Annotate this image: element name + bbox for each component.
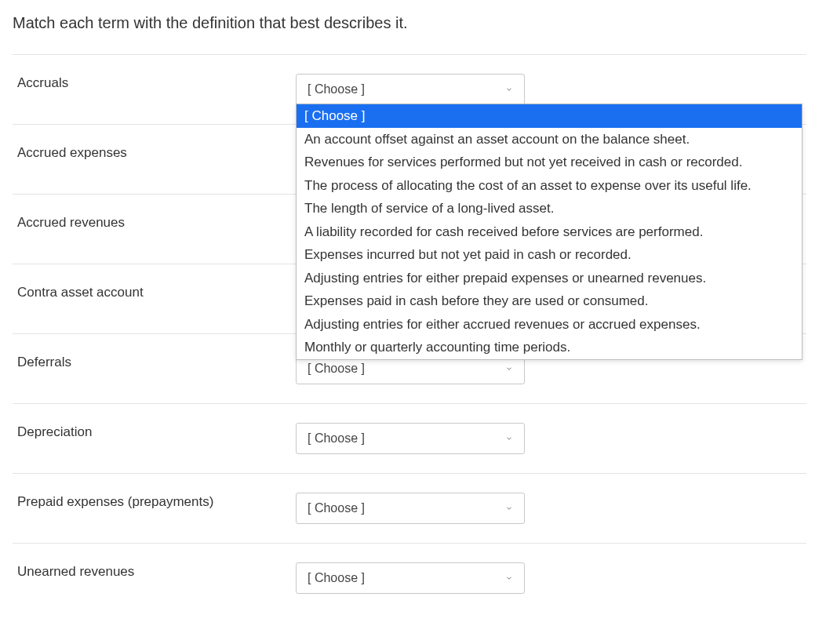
question-prompt: Match each term with the definition that… <box>13 14 806 32</box>
select-value: [ Choose ] <box>308 362 365 376</box>
select-wrap: [ Choose ] <box>296 423 525 454</box>
definition-select[interactable]: [ Choose ] <box>296 423 525 454</box>
chevron-down-icon <box>505 504 513 512</box>
definition-select[interactable]: [ Choose ] <box>296 74 525 105</box>
dropdown-option[interactable]: Revenues for services performed but not … <box>297 151 802 174</box>
match-row: Accruals [ Choose ] [ Choose ] An accoun… <box>13 54 806 124</box>
select-wrap: [ Choose ] <box>296 74 525 105</box>
dropdown-option[interactable]: [ Choose ] <box>297 104 802 128</box>
select-value: [ Choose ] <box>308 571 365 585</box>
select-value: [ Choose ] <box>308 82 365 96</box>
select-value: [ Choose ] <box>308 431 365 446</box>
dropdown-option[interactable]: Monthly or quarterly accounting time per… <box>297 336 802 359</box>
term-label: Accrued revenues <box>17 213 296 231</box>
dropdown-option[interactable]: An account offset against an asset accou… <box>297 128 802 151</box>
dropdown-option[interactable]: Adjusting entries for either accrued rev… <box>297 313 802 337</box>
term-label: Depreciation <box>17 423 296 440</box>
chevron-down-icon <box>505 574 513 582</box>
match-row: Unearned revenues [ Choose ] <box>13 543 806 613</box>
select-value: [ Choose ] <box>308 501 365 515</box>
dropdown-option[interactable]: Expenses incurred but not yet paid in ca… <box>297 243 802 267</box>
select-wrap: [ Choose ] <box>296 493 525 524</box>
chevron-down-icon <box>505 86 513 93</box>
question-container: Match each term with the definition that… <box>0 0 819 644</box>
chevron-down-icon <box>505 435 513 442</box>
dropdown-option[interactable]: Adjusting entries for either prepaid exp… <box>297 267 802 290</box>
term-label: Accrued expenses <box>17 144 296 161</box>
dropdown-option[interactable]: The process of allocating the cost of an… <box>297 174 802 198</box>
term-label: Unearned revenues <box>17 562 296 580</box>
term-label: Accruals <box>17 74 296 91</box>
term-label: Prepaid expenses (prepayments) <box>17 493 296 510</box>
definition-dropdown[interactable]: [ Choose ] An account offset against an … <box>296 104 803 360</box>
select-wrap: [ Choose ] <box>296 562 525 594</box>
dropdown-option[interactable]: A liability recorded for cash received b… <box>297 220 802 244</box>
dropdown-option[interactable]: Expenses paid in cash before they are us… <box>297 289 802 313</box>
dropdown-option[interactable]: The length of service of a long-lived as… <box>297 197 802 220</box>
term-label: Deferrals <box>17 353 296 370</box>
match-row: Prepaid expenses (prepayments) [ Choose … <box>13 473 806 543</box>
match-row: Depreciation [ Choose ] <box>13 403 806 473</box>
definition-select[interactable]: [ Choose ] <box>296 562 525 594</box>
match-rows: Accruals [ Choose ] [ Choose ] An accoun… <box>13 54 806 613</box>
definition-select[interactable]: [ Choose ] <box>296 493 525 524</box>
term-label: Contra asset account <box>17 283 296 300</box>
chevron-down-icon <box>505 365 513 373</box>
